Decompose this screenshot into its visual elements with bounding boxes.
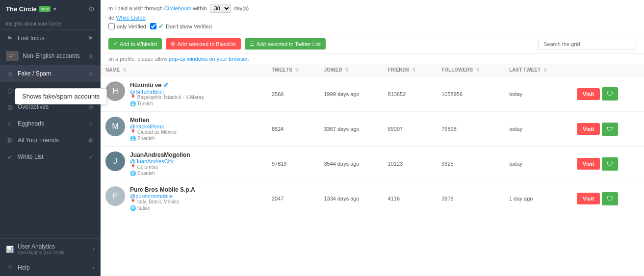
- days-select[interactable]: 30 7 14 60 90: [210, 4, 231, 13]
- inactives-icon: ◌: [6, 86, 14, 94]
- twitter-list-btn-label: Add selected to Twitter List: [257, 41, 321, 47]
- sidebar-item-user-analytics[interactable]: 📊 User Analytics Shed light to your Circ…: [0, 239, 101, 259]
- add-to-whitelist-button[interactable]: ✓ Add to Whitelist: [108, 38, 162, 50]
- whitelist-icon: ✓: [113, 41, 118, 47]
- popup-link[interactable]: pop-up windows on your browser: [169, 56, 248, 62]
- whitelist-text: de White Listed: [108, 15, 146, 21]
- filter-text-before: m I paid a visit through Circleboom with…: [108, 5, 207, 11]
- user-lang-1: 🌐 Spanish: [130, 136, 177, 141]
- avatar-3: P: [105, 186, 125, 206]
- sidebar-item-label: Lost focus: [18, 35, 45, 42]
- user-handle-2[interactable]: @JuanAndresCity: [130, 158, 190, 164]
- user-handle-3[interactable]: @purebrosmobile: [130, 193, 195, 199]
- sidebar-item-label: White List: [18, 153, 44, 160]
- table-row: P Pure Bros Mobile S.p.A @purebrosmobile…: [101, 181, 644, 216]
- sidebar-item-eggheads[interactable]: ○ Eggheads ○: [0, 115, 101, 132]
- last-tweet-cell-0: today: [504, 76, 572, 112]
- warning-text: sit a profile, please allow pop-up windo…: [108, 56, 249, 62]
- lost-focus-icon: ⚑: [6, 34, 14, 42]
- filters-bar: m I paid a visit through Circleboom with…: [101, 0, 644, 34]
- user-location-1: 📍 Ciudad de México: [130, 129, 177, 135]
- last-tweet-cell-1: today: [504, 112, 572, 147]
- shield-button-1[interactable]: 🛡: [602, 123, 618, 136]
- user-name-0: Hüzünlü ve ✔: [130, 81, 204, 89]
- sidebar-header: The Circle new ▾ ⊙: [0, 0, 101, 18]
- non-english-right-icon: ▣: [87, 52, 95, 60]
- white-list-icon: ✓: [6, 153, 14, 161]
- sidebar-item-help[interactable]: ? Help ‹: [0, 259, 101, 276]
- visit-button-3[interactable]: Visit: [577, 193, 600, 204]
- sidebar-item-label: Overactives: [18, 103, 49, 110]
- visit-button-2[interactable]: Visit: [577, 158, 600, 170]
- table-row: J JuanAndresMogollon @JuanAndresCity 📍 C…: [101, 147, 644, 181]
- table-header-row: NAME ⇅ TWEETS ⇅ JOINED ⇅ FRIENDS ⇅ FOLLO…: [101, 64, 644, 76]
- only-verified-text: only Verified: [117, 24, 146, 29]
- table-row: H Hüzünlü ve ✔ @SrTahirBilici 📍 Başakşeh…: [101, 76, 644, 112]
- fake-spam-right-icon: ☺: [87, 70, 95, 77]
- white-listed-link[interactable]: White Listed: [116, 15, 146, 21]
- sidebar-item-white-list[interactable]: ✓ White List ✓: [0, 149, 101, 165]
- sidebar-item-non-english[interactable]: ATI Non-English accounts ▣: [0, 47, 101, 65]
- user-table-container: NAME ⇅ TWEETS ⇅ JOINED ⇅ FRIENDS ⇅ FOLLO…: [101, 64, 644, 276]
- main-content: Shows fake/spam accounts m I paid a visi…: [101, 0, 644, 276]
- visit-button-0[interactable]: Visit: [577, 88, 600, 100]
- fake-spam-icon: ☺: [6, 70, 14, 77]
- sidebar-item-fake-spam[interactable]: ☺ Fake / Spam ☺: [0, 65, 101, 82]
- sidebar-item-label: Non-English accounts: [23, 52, 80, 59]
- user-cell-3: P Pure Bros Mobile S.p.A @purebrosmobile…: [101, 181, 267, 216]
- avatar-2: J: [105, 151, 125, 171]
- user-name-3: Pure Bros Mobile S.p.A: [130, 186, 195, 193]
- circleboom-link[interactable]: Circleboom: [164, 5, 192, 11]
- user-name-2: JuanAndresMogollon: [130, 151, 190, 158]
- shield-button-0[interactable]: 🛡: [602, 87, 618, 100]
- col-joined: JOINED ⇅: [319, 64, 383, 76]
- sidebar-item-all-friends[interactable]: ⚙ All Your Friends ⚙: [0, 132, 101, 149]
- sidebar-chevron-icon[interactable]: ▾: [53, 6, 56, 12]
- visit-button-1[interactable]: Visit: [577, 123, 600, 135]
- col-name: NAME ⇅: [101, 64, 267, 76]
- search-grid-input[interactable]: [538, 39, 636, 50]
- joined-cell-1: 3367 days ago: [319, 112, 383, 147]
- followers-cell-1: 76898: [437, 112, 504, 147]
- overactives-icon: ◎: [6, 103, 14, 111]
- tweets-cell-0: 2566: [267, 76, 319, 112]
- joined-cell-2: 3544 days ago: [319, 147, 383, 181]
- sidebar-item-label: Eggheads: [18, 120, 44, 127]
- sidebar-item-label: Fake / Spam: [18, 70, 51, 77]
- tweets-cell-2: 97819: [267, 147, 319, 181]
- sidebar-settings-icon[interactable]: ⊙: [89, 5, 95, 13]
- col-followers: FOLLOWERS ⇅: [437, 64, 504, 76]
- sidebar-new-badge: new: [39, 6, 51, 12]
- tweets-cell-3: 2047: [267, 181, 319, 216]
- followers-cell-0: 1058956: [437, 76, 504, 112]
- search-grid-container: [538, 39, 636, 50]
- blacklist-btn-label: Add selected to Blacklist: [177, 41, 235, 47]
- friends-cell-2: 10123: [383, 147, 437, 181]
- col-actions: [572, 64, 644, 76]
- add-to-blacklist-button[interactable]: ⊘ Add selected to Blacklist: [166, 38, 240, 50]
- sidebar-item-lost-focus[interactable]: ⚑ Lost focus ⚑: [0, 30, 101, 47]
- eggheads-icon: ○: [6, 120, 14, 127]
- verified-icon: ✔: [163, 81, 169, 89]
- all-friends-icon: ⚙: [6, 136, 14, 144]
- user-handle-1[interactable]: @hack4lifemx: [130, 124, 177, 129]
- joined-cell-3: 1334 days ago: [319, 181, 383, 216]
- shield-button-3[interactable]: 🛡: [602, 192, 618, 205]
- add-to-twitter-list-button[interactable]: ☰ Add selected to Twitter List: [245, 38, 326, 50]
- action-cell-0: Visit 🛡: [572, 76, 644, 112]
- user-handle-0[interactable]: @SrTahirBilici: [130, 89, 204, 95]
- joined-cell-0: 1999 days ago: [319, 76, 383, 112]
- all-friends-right-icon: ⚙: [87, 136, 95, 144]
- user-lang-0: 🌐 Turkish: [130, 101, 204, 106]
- only-verified-checkbox[interactable]: [108, 23, 115, 29]
- followers-cell-2: 9325: [437, 147, 504, 181]
- last-tweet-cell-2: today: [504, 147, 572, 181]
- only-verified-label[interactable]: only Verified: [108, 23, 146, 29]
- shield-button-2[interactable]: 🛡: [602, 157, 618, 171]
- dont-show-verified-label[interactable]: ✔ Don't show Verified: [150, 23, 212, 30]
- whitelist-filter-row: de White Listed: [108, 15, 636, 21]
- filter-text-after: day(s): [234, 5, 249, 11]
- tweets-cell-1: 8524: [267, 112, 319, 147]
- verified-check-icon: ✔: [158, 23, 164, 30]
- dont-show-verified-checkbox[interactable]: [150, 23, 156, 29]
